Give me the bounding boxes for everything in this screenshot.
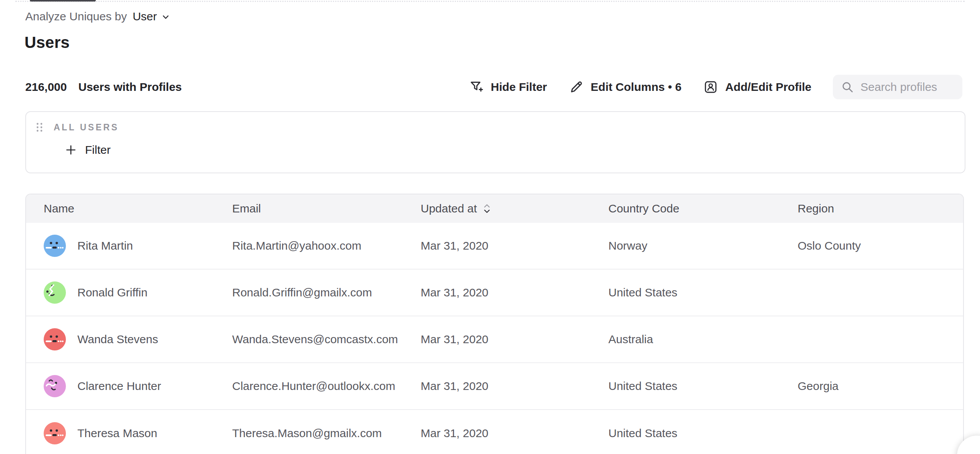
table-header-row: Name Email Updated at Country Code Regio… — [26, 194, 963, 223]
user-name: Wanda Stevens — [77, 333, 158, 346]
user-name: Ronald Griffin — [77, 286, 147, 299]
user-country-code: Norway — [608, 239, 798, 252]
add-filter-button[interactable]: Filter — [64, 143, 111, 156]
sort-chevrons-icon[interactable] — [482, 202, 492, 215]
chevron-down-icon — [161, 11, 171, 22]
table-row[interactable]: Clarence Hunter Clarence.Hunter@outlookx… — [26, 363, 963, 410]
user-email: Rita.Martin@yahoox.com — [232, 239, 421, 252]
user-updated-at: Mar 31, 2020 — [421, 333, 608, 346]
uniques-by-value: User — [133, 9, 157, 24]
filter-group-header: ALL USERS — [35, 120, 119, 134]
hide-filter-label: Hide Filter — [491, 81, 547, 94]
avatar — [44, 375, 66, 397]
user-name-cell: Wanda Stevens — [44, 328, 232, 350]
user-email: Theresa.Mason@gmailx.com — [232, 427, 421, 440]
user-name: Rita Martin — [77, 239, 133, 252]
user-name: Clarence Hunter — [77, 380, 161, 393]
user-country-code: United States — [608, 286, 798, 299]
table-row[interactable]: Rita Martin Rita.Martin@yahoox.com Mar 3… — [26, 223, 963, 270]
edit-columns-label: Edit Columns • 6 — [591, 81, 682, 94]
toolbar-actions: Hide Filter Edit Columns • 6 Add/Edit Pr… — [469, 75, 962, 99]
user-email: Ronald.Griffin@gmailx.com — [232, 286, 421, 299]
drag-handle-icon[interactable] — [35, 121, 44, 133]
users-table: Name Email Updated at Country Code Regio… — [25, 194, 964, 454]
add-edit-profile-label: Add/Edit Profile — [725, 81, 811, 94]
table-body: Rita Martin Rita.Martin@yahoox.com Mar 3… — [26, 223, 963, 454]
column-header-updated-at[interactable]: Updated at — [421, 202, 608, 215]
profile-card-icon — [703, 79, 718, 95]
hide-filter-button[interactable]: Hide Filter — [469, 79, 547, 95]
user-country-code: United States — [608, 427, 798, 440]
user-region: Oslo County — [798, 239, 963, 252]
filter-group-label: ALL USERS — [54, 122, 119, 133]
search-profiles-input[interactable] — [860, 81, 955, 94]
search-icon — [841, 80, 854, 94]
toolbar: 216,000 Users with Profiles Hide Filter … — [25, 74, 962, 100]
avatar — [44, 281, 66, 304]
column-header-name[interactable]: Name — [44, 202, 232, 215]
user-updated-at: Mar 31, 2020 — [421, 427, 608, 440]
pencil-icon — [569, 79, 584, 95]
funnel-plus-icon — [469, 79, 484, 95]
user-name-cell: Ronald Griffin — [44, 281, 232, 304]
user-count-group: 216,000 Users with Profiles — [25, 81, 182, 94]
user-name: Theresa Mason — [77, 427, 157, 440]
user-region: Georgia — [798, 380, 963, 393]
column-header-country-code[interactable]: Country Code — [608, 202, 798, 215]
plus-icon — [64, 143, 77, 156]
table-row[interactable]: Ronald Griffin Ronald.Griffin@gmailx.com… — [26, 270, 963, 316]
avatar — [44, 328, 66, 350]
column-header-region[interactable]: Region — [798, 202, 963, 215]
column-header-email[interactable]: Email — [232, 202, 421, 215]
user-email: Clarence.Hunter@outlookx.com — [232, 380, 421, 393]
table-row[interactable]: Theresa Mason Theresa.Mason@gmailx.com M… — [26, 410, 963, 454]
uniques-by-selector[interactable]: User — [133, 9, 170, 24]
user-updated-at: Mar 31, 2020 — [421, 239, 608, 252]
user-name-cell: Clarence Hunter — [44, 375, 232, 397]
breadcrumb: Analyze Uniques by User — [25, 9, 171, 24]
user-updated-at: Mar 31, 2020 — [421, 286, 608, 299]
scrolled-element-edge — [30, 0, 96, 2]
user-name-cell: Theresa Mason — [44, 422, 232, 444]
user-count-label: Users with Profiles — [78, 81, 182, 94]
page-title: Users — [25, 32, 70, 53]
table-row[interactable]: Wanda Stevens Wanda.Stevens@comcastx.com… — [26, 316, 963, 363]
avatar — [44, 422, 66, 444]
search-box[interactable] — [833, 75, 962, 99]
add-edit-profile-button[interactable]: Add/Edit Profile — [703, 79, 811, 95]
user-updated-at: Mar 31, 2020 — [421, 380, 608, 393]
analyze-uniques-by-label: Analyze Uniques by — [25, 9, 127, 24]
filter-panel: ALL USERS Filter — [25, 111, 965, 173]
add-filter-label: Filter — [85, 143, 111, 156]
edit-columns-button[interactable]: Edit Columns • 6 — [569, 79, 682, 95]
user-country-code: Australia — [608, 333, 798, 346]
user-email: Wanda.Stevens@comcastx.com — [232, 333, 421, 346]
user-count: 216,000 — [25, 81, 67, 94]
user-name-cell: Rita Martin — [44, 235, 232, 257]
user-country-code: United States — [608, 380, 798, 393]
avatar — [44, 235, 66, 257]
scrolled-divider-dotted — [15, 1, 965, 2]
